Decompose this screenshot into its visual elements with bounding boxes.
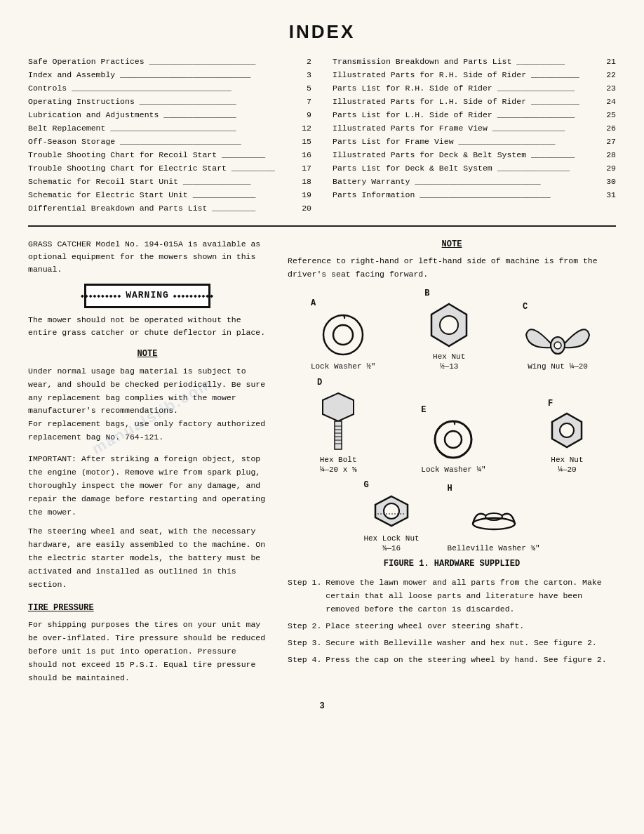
index-label: Belt Replacement _______________________… [28,122,296,135]
wing-nut-svg [523,314,593,359]
svg-point-22 [485,513,502,520]
index-num: 31 [601,189,616,202]
main-section: GRASS CATCHER Model No. 194-015A is avai… [28,238,616,689]
page: manualslib.com INDEX Safe Operation Prac… [0,0,644,834]
index-label: Parts Information ______________________… [333,189,601,202]
index-row: Trouble Shooting Chart for Electric Star… [28,162,311,176]
warning-text: The mower should not be operated without… [28,314,267,340]
index-num: 26 [601,122,616,135]
assembly-text: The steering wheel and seat, with the ne… [28,525,267,592]
index-num: 27 [601,135,616,149]
right-column: NOTE Reference to right-hand or left-han… [288,238,616,689]
index-label: Safe Operation Practices _______________… [28,55,296,69]
index-row: Schematic for Electric Start Unit ______… [28,189,311,202]
step-row: Step 1.Remove the lawn mower and all par… [288,576,616,616]
index-row: Controls _______________________________… [28,82,311,95]
svg-point-5 [554,342,561,349]
hw-letter-h: H [448,482,452,496]
step-text: Secure with Belleville washer and hex nu… [326,637,616,650]
index-left-col: Safe Operation Practices _______________… [28,55,311,216]
index-num: 5 [296,82,311,95]
hw-letter-g: G [363,479,368,492]
hardware-row-1: A Lock Washer ½" B [288,287,616,372]
hw-item-e: E Lock Washer ¼" [421,404,485,475]
page-title: INDEX [28,21,616,43]
index-label: Trouble Shooting Chart for Recoil Start … [28,149,296,162]
index-num: 21 [601,55,616,69]
index-row: Belt Replacement _______________________… [28,122,311,135]
index-label: Lubrication and Adjustments ____________… [28,109,296,122]
index-row: Parts List for Frame View ______________… [333,135,616,149]
index-row: Parts List for L.H. Side of Rider ______… [333,109,616,122]
hw-label-e: Lock Washer ¼" [421,465,485,475]
hex-nut-small-svg [548,411,586,453]
index-num: 20 [296,202,311,216]
index-row: Parts List for Deck & Belt System ______… [333,162,616,176]
index-row: Operating Instructions _________________… [28,95,311,109]
step-row: Step 4.Press the cap on the steering whe… [288,654,616,667]
hw-item-g: G Hex Lock Nut⅜—16 [363,479,419,553]
hardware-section: A Lock Washer ½" B [288,287,616,571]
index-label: Illustrated Parts for Frame View _______… [333,122,601,135]
note-left-text: Under normal usage bag material is subje… [28,365,267,445]
index-row: Illustrated Parts for Deck & Belt System… [333,149,616,162]
section-divider [28,225,616,227]
index-label: Index and Assembly _____________________… [28,69,296,82]
svg-rect-7 [335,421,342,449]
index-row: Illustrated Parts for L.H. Side of Rider… [333,95,616,109]
index-label: Parts List for Frame View ______________… [333,135,601,149]
index-label: Transmission Breakdown and Parts List __… [333,55,601,69]
svg-point-19 [384,503,399,519]
svg-point-0 [323,315,363,355]
step-text: Press the cap on the steering wheel by h… [326,654,616,667]
warning-diamonds-right [173,289,214,303]
index-row: Illustrated Parts for Frame View _______… [333,122,616,135]
index-row: Differential Breakdown and Parts List __… [28,202,311,216]
index-row: Parts List for R.H. Side of Rider ______… [333,82,616,95]
svg-point-1 [333,325,353,345]
hw-label-a: Lock Washer ½" [311,362,375,371]
index-table: Safe Operation Practices _______________… [28,55,616,216]
note-left-heading: NOTE [28,348,267,361]
index-num: 17 [296,162,311,176]
index-num: 18 [296,176,311,189]
warning-label: WARNING [126,289,169,303]
hw-label-b: Hex Nut½—13 [433,352,465,372]
index-label: Parts List for Deck & Belt System ______… [333,162,601,176]
hw-letter-b: B [424,287,429,300]
step-text: Remove the lawn mower and all parts from… [326,576,616,616]
index-label: Schematic for Recoil Start Unit ________… [28,176,296,189]
hw-letter-c: C [523,300,528,314]
index-row: Battery Warranty _______________________… [333,176,616,189]
step-num: Step 2. [288,620,321,633]
tire-pressure-heading: TIRE PRESSURE [28,602,267,615]
step-num: Step 3. [288,637,321,650]
hw-item-f: F Hex Nut¼—20 [548,397,586,475]
index-num: 28 [601,149,616,162]
grass-catcher-text: GRASS CATCHER Model No. 194-015A is avai… [28,238,267,277]
step-text: Place steering wheel over steering shaft… [326,620,616,633]
hw-letter-f: F [548,397,553,411]
hw-label-h: Belleville Washer ⅜" [448,543,540,553]
page-number: 3 [28,701,616,711]
index-row: Safe Operation Practices _______________… [28,55,311,69]
left-column: GRASS CATCHER Model No. 194-015A is avai… [28,238,267,689]
index-num: 29 [601,162,616,176]
belleville-washer-svg [469,496,518,541]
hw-item-h: H Belleville Washer ⅜" [448,482,540,553]
svg-point-15 [445,431,462,448]
hw-label-c: Wing Nut ¼—20 [528,362,588,371]
step-num: Step 1. [288,576,321,616]
index-row: Schematic for Recoil Start Unit ________… [28,176,311,189]
svg-point-17 [560,423,574,437]
index-label: Illustrated Parts for Deck & Belt System… [333,149,601,162]
hardware-row-2: D [288,376,616,475]
index-num: 16 [296,149,311,162]
hw-item-c: C Wing Nut ¼—20 [523,300,593,371]
hex-nut-svg [424,300,474,350]
step-row: Step 2.Place steering wheel over steerin… [288,620,616,633]
index-num: 2 [296,55,311,69]
index-label: Parts List for L.H. Side of Rider ______… [333,109,601,122]
index-num: 3 [296,69,311,82]
svg-point-3 [440,316,458,334]
